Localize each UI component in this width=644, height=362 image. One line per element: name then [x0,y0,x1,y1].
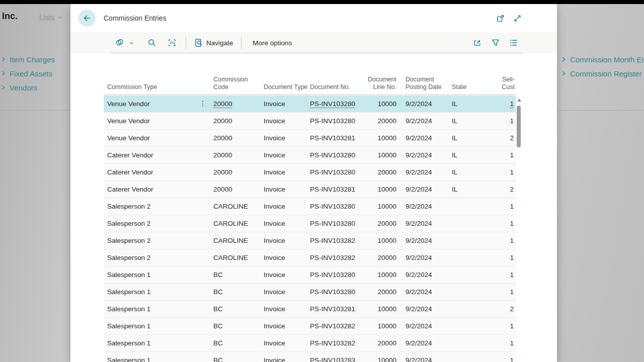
cell-code[interactable]: BC [213,335,264,351]
column-header-document-posting-date[interactable]: Document Posting Date [396,76,449,95]
cell-line_no[interactable]: 10000 [366,318,396,334]
open-in-new-window-icon[interactable] [496,14,505,23]
cell-doc_type[interactable]: Invoice [264,164,310,180]
cell-date[interactable]: 9/2/2024 [396,113,449,129]
cell-doc_type[interactable]: Invoice [264,352,310,362]
cell-type[interactable]: Salesperson 1 [104,284,213,300]
cell-line_no[interactable]: 20000 [366,215,396,232]
cell-cust[interactable]: 1 [495,249,516,266]
column-header-commission-type[interactable]: Commission Type [104,83,213,95]
cell-cust[interactable]: 1 [495,164,516,180]
cell-doc_no[interactable]: PS-INV103280 [310,215,366,232]
cell-code[interactable]: 20000 [213,113,264,129]
column-header-sell-to-customer[interactable]: Sell- Cust [495,76,516,95]
column-header-document-type[interactable]: Document Type [264,83,310,95]
table-row[interactable]: Salesperson 1BCInvoicePS-INV103283100009… [104,352,516,362]
cell-cust[interactable]: 2 [495,181,516,198]
cell-doc_type[interactable]: Invoice [264,113,310,129]
cell-code[interactable]: CAROLINE [213,215,264,232]
search-icon[interactable] [143,36,160,49]
cell-date[interactable]: 9/2/2024 [396,130,449,146]
cell-date[interactable]: 9/2/2024 [396,164,449,180]
cell-doc_no[interactable]: PS-INV103282 [310,249,366,266]
bg-link-commission-month[interactable]: Commission Month End [561,52,644,66]
cell-line_no[interactable]: 10000 [366,147,396,163]
cell-line_no[interactable]: 10000 [366,181,396,198]
cell-cust[interactable]: 2 [495,301,516,317]
cell-type[interactable]: Salesperson 1 [104,335,213,351]
list-view-icon[interactable] [509,38,518,47]
chevron-down-icon[interactable] [129,38,138,48]
cell-line_no[interactable]: 10000 [366,232,396,249]
cell-type[interactable]: Caterer Vendor [104,147,213,163]
cell-type[interactable]: Salesperson 2 [104,232,213,249]
cell-date[interactable]: 9/2/2024 [396,335,449,351]
cell-cust[interactable]: 1 [495,284,516,300]
cell-line_no[interactable]: 20000 [366,113,396,129]
table-row[interactable]: Caterer Vendor20000InvoicePS-INV10328010… [104,147,516,164]
cell-cust[interactable]: 1 [495,96,516,112]
cell-state[interactable] [449,318,495,334]
table-row[interactable]: Venue Vendor⋮20000InvoicePS-INV103280100… [104,96,516,113]
cell-state[interactable] [449,335,495,351]
cell-state[interactable] [449,198,495,215]
cell-doc_no[interactable]: PS-INV103280 [310,96,366,112]
cell-doc_type[interactable]: Invoice [264,335,310,351]
cell-code[interactable]: BC [213,318,264,334]
cell-doc_type[interactable]: Invoice [264,284,310,300]
cell-line_no[interactable]: 10000 [366,96,396,112]
table-row[interactable]: Salesperson 2CAROLINEInvoicePS-INV103280… [104,198,516,215]
bg-link-commission-register[interactable]: Commission Register [561,66,644,80]
cell-type[interactable]: Venue Vendor [104,113,213,129]
column-header-document-no[interactable]: Document No. [310,83,366,95]
navigate-button[interactable]: Navigate [191,36,236,49]
cell-state[interactable]: IL [449,147,495,163]
cell-doc_type[interactable]: Invoice [264,318,310,334]
cell-type[interactable]: Caterer Vendor [104,181,213,198]
analyze-icon[interactable] [164,36,181,49]
cell-doc_no[interactable]: PS-INV103281 [310,181,366,198]
cell-code[interactable]: 20000 [213,96,264,112]
cell-date[interactable]: 9/2/2024 [396,284,449,300]
cell-type[interactable]: Salesperson 2 [104,249,213,266]
row-actions-ellipsis-icon[interactable]: ⋮ [199,96,206,112]
cell-code[interactable]: 20000 [213,147,264,163]
cell-type[interactable]: Salesperson 1 [104,352,213,362]
bg-link-fixed-assets[interactable]: Fixed Assets [1,66,70,80]
cell-state[interactable]: IL [449,181,495,198]
cell-type[interactable]: Salesperson 2 [104,198,213,215]
column-header-commission-code[interactable]: Commission Code [213,76,264,95]
vertical-scrollbar[interactable] [517,97,522,362]
cell-date[interactable]: 9/2/2024 [396,352,449,362]
cell-code[interactable]: BC [213,284,264,300]
cell-state[interactable] [449,301,495,317]
cell-code[interactable]: CAROLINE [213,249,264,266]
table-row[interactable]: Salesperson 1BCInvoicePS-INV103280100009… [104,266,516,284]
cell-doc_type[interactable]: Invoice [264,266,310,283]
cell-code[interactable]: BC [213,352,264,362]
scrollbar-thumb[interactable] [517,106,521,147]
cell-type[interactable]: Salesperson 1 [104,318,213,334]
share-icon[interactable] [473,38,482,47]
back-button[interactable] [78,10,96,27]
cell-cust[interactable]: 1 [495,232,516,249]
related-pages-icon[interactable] [111,36,129,50]
filter-icon[interactable] [491,38,500,47]
cell-line_no[interactable]: 10000 [366,198,396,215]
cell-state[interactable] [449,215,495,232]
cell-doc_type[interactable]: Invoice [264,301,310,317]
cell-line_no[interactable]: 10000 [366,352,396,362]
cell-code[interactable]: CAROLINE [213,232,264,249]
cell-date[interactable]: 9/2/2024 [396,147,449,163]
cell-cust[interactable]: 1 [495,113,516,129]
table-row[interactable]: Venue Vendor20000InvoicePS-INV1032802000… [104,113,516,130]
cell-doc_no[interactable]: PS-INV103280 [310,284,366,300]
table-row[interactable]: Caterer Vendor20000InvoicePS-INV10328110… [104,181,516,198]
cell-cust[interactable]: 1 [495,352,516,362]
cell-date[interactable]: 9/2/2024 [396,249,449,266]
cell-code[interactable]: 20000 [213,181,264,198]
cell-doc_no[interactable]: PS-INV103280 [310,113,366,129]
cell-state[interactable] [449,352,495,362]
cell-state[interactable] [449,284,495,300]
more-options-button[interactable]: More options [253,39,292,47]
